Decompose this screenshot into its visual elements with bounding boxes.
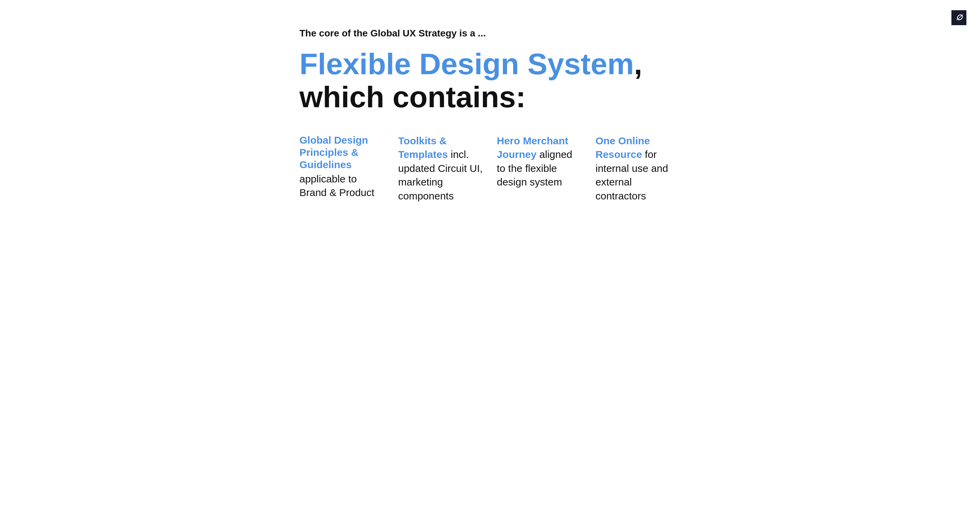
- column-2-title: Toolkits & Templates: [398, 135, 448, 160]
- column-1-body: applicable to Brand & Product: [299, 172, 385, 200]
- logo-container: ∅: [951, 10, 966, 25]
- logo-icon: ∅: [956, 14, 962, 21]
- main-title: Flexible Design System, which contains:: [299, 48, 681, 114]
- column-3-body: Hero Merchant Journey aligned to the fle…: [497, 134, 582, 189]
- column-2-body: Toolkits & Templates incl. updated Circu…: [398, 134, 483, 203]
- column-1-title: Global Design Principles & Guidelines: [299, 134, 385, 171]
- main-title-highlight: Flexible Design System: [299, 47, 634, 81]
- column-4-body: One Online Resource for internal use and…: [595, 134, 681, 203]
- column-4: One Online Resource for internal use and…: [595, 134, 681, 203]
- column-4-title: One Online Resource: [595, 135, 650, 160]
- column-3-title: Hero Merchant Journey: [497, 135, 568, 160]
- column-3: Hero Merchant Journey aligned to the fle…: [497, 134, 582, 203]
- columns-grid: Global Design Principles & Guidelines ap…: [299, 134, 681, 203]
- column-1: Global Design Principles & Guidelines ap…: [299, 134, 385, 203]
- subtitle: The core of the Global UX Strategy is a …: [299, 27, 681, 40]
- main-title-dark: which contains:: [299, 80, 526, 114]
- column-2: Toolkits & Templates incl. updated Circu…: [398, 134, 483, 203]
- main-title-comma: ,: [634, 47, 642, 81]
- page-content: The core of the Global UX Strategy is a …: [245, 0, 735, 230]
